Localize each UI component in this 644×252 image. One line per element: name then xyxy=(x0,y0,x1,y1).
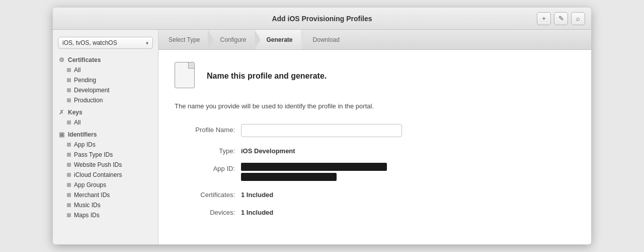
sidebar-item-app-ids[interactable]: App IDs xyxy=(53,140,158,150)
dot-icon xyxy=(67,203,71,207)
wizard-step-select-type[interactable]: Select Type xyxy=(158,30,208,49)
profile-name-label: Profile Name: xyxy=(175,124,235,134)
sidebar-item-maps-ids[interactable]: Maps IDs xyxy=(53,210,158,220)
form-heading: Name this profile and generate. xyxy=(207,72,327,81)
titlebar-actions: + ✎ ⌕ xyxy=(537,12,585,25)
type-row: Type: iOS Development xyxy=(175,145,575,155)
dot-icon xyxy=(67,78,71,82)
dot-icon xyxy=(67,120,71,124)
redacted-bar-short xyxy=(241,173,337,181)
main-window: Add iOS Provisioning Profiles + ✎ ⌕ iOS,… xyxy=(53,8,591,244)
website-push-ids-label: Website Push IDs xyxy=(74,161,122,168)
dot-icon xyxy=(67,88,71,92)
devices-label: Devices: xyxy=(175,207,235,216)
dot-icon xyxy=(67,163,71,167)
dot-icon xyxy=(67,183,71,187)
certificates-section-header: ⚙ Certificates xyxy=(53,55,158,65)
type-value: iOS Development xyxy=(241,145,295,155)
sidebar-item-website-push-ids[interactable]: Website Push IDs xyxy=(53,160,158,170)
identifiers-label: Identifiers xyxy=(68,131,97,138)
app-id-value xyxy=(241,163,387,181)
sidebar-item-keys-all[interactable]: All xyxy=(53,117,158,128)
wizard-step-configure[interactable]: Configure xyxy=(208,30,254,49)
certificates-row: Certificates: 1 Included xyxy=(175,189,575,199)
platform-dropdown-label: iOS, tvOS, watchOS xyxy=(62,39,117,46)
certificates-label: Certificates xyxy=(68,56,101,64)
app-id-row: App ID: xyxy=(175,163,575,181)
sidebar-section-keys: ✗ Keys All xyxy=(53,107,158,128)
app-id-label: App ID: xyxy=(175,163,235,172)
sidebar-section-identifiers: ▣ Identifiers App IDs Pass Type IDs Webs… xyxy=(53,130,158,220)
content-area: iOS, tvOS, watchOS ▾ ⚙ Certificates All … xyxy=(53,30,591,244)
profile-header: Name this profile and generate. xyxy=(175,62,575,90)
dot-icon xyxy=(67,68,71,72)
add-button[interactable]: + xyxy=(537,12,551,25)
chevron-down-icon: ▾ xyxy=(146,40,148,46)
form-area: Name this profile and generate. The name… xyxy=(158,50,591,244)
pass-type-ids-label: Pass Type IDs xyxy=(74,151,113,158)
redacted-bar-long xyxy=(241,163,387,171)
window-title: Add iOS Provisioning Profiles xyxy=(272,15,372,23)
sidebar-item-certs-production[interactable]: Production xyxy=(53,95,158,105)
titlebar: Add iOS Provisioning Profiles + ✎ ⌕ xyxy=(53,8,591,30)
dot-icon xyxy=(67,143,71,147)
sidebar: iOS, tvOS, watchOS ▾ ⚙ Certificates All … xyxy=(53,30,158,244)
profile-name-row: Profile Name: xyxy=(175,124,575,137)
sidebar-item-certs-pending[interactable]: Pending xyxy=(53,75,158,85)
type-label: Type: xyxy=(175,145,235,155)
certificates-value: 1 Included xyxy=(241,189,273,199)
edit-button[interactable]: ✎ xyxy=(554,12,568,25)
main-content: Select Type Configure Generate Download xyxy=(158,30,591,244)
gear-icon: ⚙ xyxy=(58,56,65,64)
profile-name-input[interactable] xyxy=(241,124,402,137)
music-ids-label: Music IDs xyxy=(74,202,101,209)
devices-row: Devices: 1 Included xyxy=(175,207,575,216)
form-description: The name you provide will be used to ide… xyxy=(175,102,575,110)
dot-icon xyxy=(67,213,71,217)
dot-icon xyxy=(67,173,71,177)
document-icon xyxy=(175,62,199,90)
devices-value: 1 Included xyxy=(241,207,273,216)
sidebar-item-merchant-ids[interactable]: Merchant IDs xyxy=(53,190,158,200)
sidebar-item-music-ids[interactable]: Music IDs xyxy=(53,200,158,210)
key-icon: ✗ xyxy=(58,109,65,116)
identifiers-section-header: ▣ Identifiers xyxy=(53,130,158,140)
sidebar-section-certificates: ⚙ Certificates All Pending Development xyxy=(53,55,158,105)
sidebar-item-certs-development[interactable]: Development xyxy=(53,85,158,95)
wizard-steps: Select Type Configure Generate Download xyxy=(158,30,591,50)
wizard-step-download[interactable]: Download xyxy=(301,30,348,49)
keys-section-header: ✗ Keys xyxy=(53,107,158,117)
sidebar-item-app-groups[interactable]: App Groups xyxy=(53,180,158,190)
platform-dropdown[interactable]: iOS, tvOS, watchOS ▾ xyxy=(58,37,153,49)
dot-icon xyxy=(67,193,71,197)
wizard-step-generate[interactable]: Generate xyxy=(255,30,301,49)
certificates-form-label: Certificates: xyxy=(175,189,235,199)
keys-label: Keys xyxy=(68,109,83,116)
maps-ids-label: Maps IDs xyxy=(74,212,100,219)
sidebar-item-icloud-containers[interactable]: iCloud Containers xyxy=(53,170,158,180)
dot-icon xyxy=(67,153,71,157)
sidebar-item-pass-type-ids[interactable]: Pass Type IDs xyxy=(53,150,158,160)
sidebar-item-certs-all[interactable]: All xyxy=(53,65,158,75)
dot-icon xyxy=(67,98,71,102)
search-button[interactable]: ⌕ xyxy=(571,12,585,25)
grid-icon: ▣ xyxy=(58,131,65,138)
